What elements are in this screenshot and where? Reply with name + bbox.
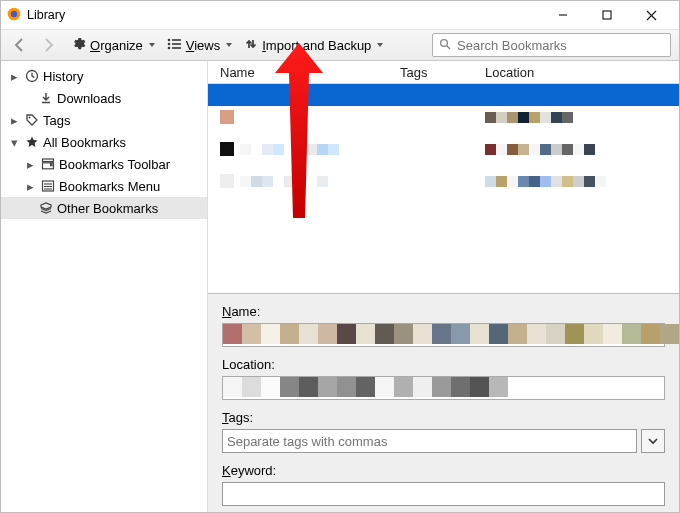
- tree-label: Downloads: [57, 91, 121, 106]
- import-backup-menu[interactable]: Import and Backup: [244, 37, 383, 54]
- expand-icon: ▸: [27, 179, 34, 194]
- search-icon: [439, 38, 451, 53]
- list-icon: [167, 38, 182, 53]
- name-text: [240, 144, 350, 155]
- svg-rect-9: [172, 43, 181, 45]
- tree-other-bookmarks[interactable]: Other Bookmarks: [1, 197, 207, 219]
- list-row[interactable]: [208, 138, 679, 160]
- back-button[interactable]: [9, 34, 31, 56]
- clock-icon: [23, 69, 41, 83]
- svg-rect-7: [172, 39, 181, 41]
- app-icon: [7, 7, 21, 24]
- organize-label: Organize: [90, 38, 143, 53]
- tree-bookmarks-toolbar[interactable]: ▸ Bookmarks Toolbar: [1, 153, 207, 175]
- tree-bookmarks-menu[interactable]: ▸ Bookmarks Menu: [1, 175, 207, 197]
- svg-point-8: [167, 42, 170, 45]
- other-bookmarks-icon: [37, 201, 55, 215]
- column-headers: Name Tags Location: [208, 61, 679, 84]
- chevron-down-icon: [226, 43, 232, 47]
- name-text: [240, 176, 328, 187]
- close-button[interactable]: [629, 1, 673, 29]
- tree-tags[interactable]: ▸ Tags: [1, 109, 207, 131]
- chevron-down-icon: [149, 43, 155, 47]
- tree-history[interactable]: ▸ History: [1, 65, 207, 87]
- svg-point-6: [167, 38, 170, 41]
- views-label: Views: [186, 38, 220, 53]
- tree-label: Bookmarks Menu: [59, 179, 160, 194]
- location-field[interactable]: [222, 376, 665, 400]
- location-text: [485, 112, 573, 123]
- collapse-icon: ▾: [11, 135, 18, 150]
- main-area: Name Tags Location: [208, 61, 679, 513]
- views-menu[interactable]: Views: [167, 38, 232, 53]
- tags-field[interactable]: [222, 429, 637, 453]
- favicon: [220, 110, 234, 124]
- column-tags[interactable]: Tags: [400, 65, 485, 80]
- name-field-label: Name:: [222, 304, 665, 319]
- bookmark-list: [208, 84, 679, 293]
- search-input[interactable]: [455, 37, 664, 54]
- keyword-field-label: Keyword:: [222, 463, 665, 478]
- svg-line-13: [447, 45, 450, 48]
- import-export-icon: [244, 37, 258, 54]
- download-icon: [37, 91, 55, 105]
- library-window: Library Organize Views Import and Backup: [0, 0, 680, 513]
- import-backup-label: Import and Backup: [262, 38, 371, 53]
- svg-rect-11: [172, 47, 181, 49]
- name-field[interactable]: [222, 323, 665, 347]
- tags-field-label: Tags:: [222, 410, 665, 425]
- bookmarks-toolbar-icon: [39, 157, 57, 171]
- window-title: Library: [27, 8, 65, 22]
- tags-dropdown-button[interactable]: [641, 429, 665, 453]
- tree-label: Bookmarks Toolbar: [59, 157, 170, 172]
- svg-rect-16: [43, 159, 54, 162]
- tree-label: History: [43, 69, 83, 84]
- forward-button[interactable]: [37, 34, 59, 56]
- maximize-button[interactable]: [585, 1, 629, 29]
- expand-icon: ▸: [27, 157, 34, 172]
- tree-downloads[interactable]: Downloads: [1, 87, 207, 109]
- tag-icon: [23, 113, 41, 127]
- minimize-button[interactable]: [541, 1, 585, 29]
- organize-menu[interactable]: Organize: [71, 36, 155, 54]
- list-row[interactable]: [208, 84, 679, 106]
- bookmarks-menu-icon: [39, 179, 57, 193]
- sidebar: ▸ History Downloads ▸ Tags ▾ All Bookmar…: [1, 61, 208, 513]
- svg-rect-3: [603, 11, 611, 19]
- details-panel: Name: Location: Tags: Keyword:: [208, 293, 679, 513]
- svg-point-1: [11, 10, 17, 16]
- tree-label: All Bookmarks: [43, 135, 126, 150]
- column-location[interactable]: Location: [485, 65, 679, 80]
- svg-point-15: [29, 117, 31, 119]
- search-bookmarks-box[interactable]: [432, 33, 671, 57]
- column-name[interactable]: Name: [220, 65, 400, 80]
- favicon: [220, 142, 234, 156]
- location-text: [485, 144, 595, 155]
- titlebar: Library: [1, 1, 679, 29]
- svg-point-10: [167, 46, 170, 49]
- svg-point-12: [441, 39, 448, 46]
- tree-all-bookmarks[interactable]: ▾ All Bookmarks: [1, 131, 207, 153]
- chevron-down-icon: [377, 43, 383, 47]
- keyword-field[interactable]: [222, 482, 665, 506]
- list-row[interactable]: [208, 106, 679, 128]
- tree-label: Other Bookmarks: [57, 201, 158, 216]
- list-row[interactable]: [208, 170, 679, 192]
- gear-icon: [71, 36, 86, 54]
- favicon: [220, 174, 234, 188]
- toolbar: Organize Views Import and Backup: [1, 29, 679, 61]
- expand-icon: ▸: [11, 69, 18, 84]
- location-field-label: Location:: [222, 357, 665, 372]
- expand-icon: ▸: [11, 113, 18, 128]
- location-text: [485, 176, 606, 187]
- tree-label: Tags: [43, 113, 70, 128]
- star-icon: [23, 135, 41, 149]
